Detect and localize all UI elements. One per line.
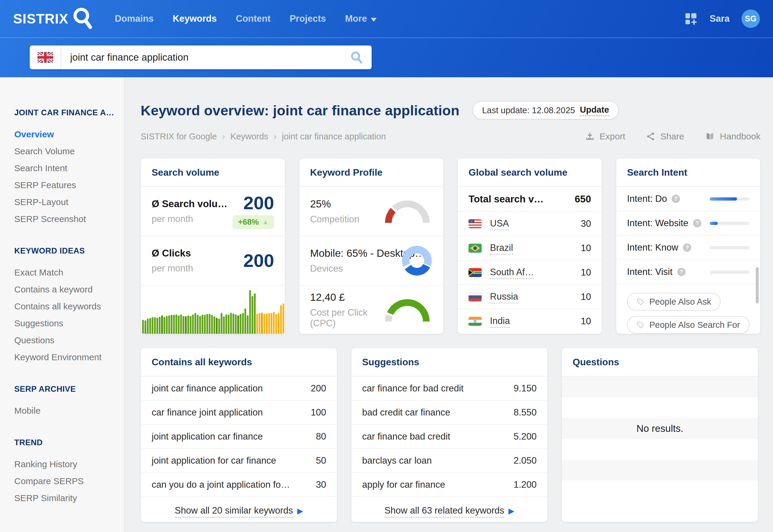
triangle-up-icon: ▲ [262, 218, 269, 226]
keyword-link[interactable]: can you do a joint application for c… [152, 479, 291, 490]
sidebar-item-overview[interactable]: Overview [14, 126, 118, 143]
keyword-link[interactable]: car finance for bad credit [362, 383, 464, 394]
search-submit-icon[interactable] [349, 51, 363, 64]
trend-bar [209, 314, 210, 334]
breadcrumb-item[interactable]: SISTRIX for Google [141, 132, 217, 141]
table-row: apply for car finance1.200 [351, 473, 547, 497]
sidebar-item-keyword-environment[interactable]: Keyword Environment [14, 349, 118, 366]
sidebar-item-serp-screenshot[interactable]: SERP Screenshot [14, 210, 118, 227]
keyword-link[interactable]: car finance bad credit [362, 431, 450, 442]
last-update-pill: Last update: 12.08.2025 Update [473, 101, 618, 119]
sidebar-item-questions[interactable]: Questions [14, 332, 118, 349]
card-scrollbar[interactable] [756, 267, 759, 303]
help-icon[interactable]: ? [672, 195, 680, 203]
nav-link-content[interactable]: Content [236, 13, 270, 24]
keyword-search-bar [30, 45, 371, 69]
keyword-link[interactable]: joint car finance application [152, 383, 263, 394]
breadcrumb-item[interactable]: joint car finance application [282, 132, 386, 141]
intent-row: Intent: Visit? [616, 260, 760, 284]
page-title: Keyword overview: joint car finance appl… [141, 102, 459, 119]
country-name-link[interactable]: Brazil [490, 242, 513, 255]
sidebar-item-suggestions[interactable]: Suggestions [14, 315, 118, 332]
sidebar-item-contains-all-keywords[interactable]: Contains all keywords [14, 298, 118, 315]
action-export[interactable]: Export [585, 131, 625, 141]
country-selector[interactable] [30, 45, 61, 69]
sidebar-section-header: KEYWORD IDEAS [14, 246, 118, 256]
sidebar-item-serp-layout[interactable]: SERP-Layout [14, 193, 118, 210]
intent-chips: People Also AskPeople Also Search For [616, 284, 760, 334]
nav-link-projects[interactable]: Projects [289, 13, 326, 24]
apps-grid-icon[interactable] [684, 12, 698, 26]
keyword-link[interactable]: joint application for car finance [152, 455, 276, 466]
sidebar-item-exact-match[interactable]: Exact Match [14, 264, 118, 281]
keyword-link[interactable]: bad credit car finance [362, 407, 450, 418]
in-flag-icon [469, 317, 482, 326]
intent-label: Intent: Website [627, 218, 688, 229]
country-list: USA30Brazil10South Af…10Russia10India10 [458, 212, 602, 333]
sistrix-logo[interactable]: SISTRIX [13, 6, 95, 31]
action-label: Export [599, 131, 625, 141]
trend-bar [142, 320, 144, 334]
sidebar-item-compare-serps[interactable]: Compare SERPS [14, 473, 118, 489]
keyword-link[interactable]: joint application car finance [152, 431, 263, 442]
card-title: Global search volume [458, 158, 602, 187]
trend-bar [171, 315, 172, 334]
nav-link-more[interactable]: More [345, 13, 376, 24]
update-button[interactable]: Update [580, 104, 609, 117]
show-all-similar-link[interactable]: Show all 20 similar keywords [175, 504, 293, 518]
keyword-search-input[interactable] [61, 52, 349, 63]
help-icon[interactable]: ? [683, 243, 691, 252]
br-flag-icon [469, 244, 482, 253]
intent-bar-fill [710, 222, 718, 225]
keyword-link[interactable]: car finance joint application [152, 407, 263, 418]
country-name-link[interactable]: South Af… [490, 266, 534, 279]
sidebar-item-mobile[interactable]: Mobile [14, 402, 118, 419]
help-icon[interactable]: ? [677, 268, 686, 276]
chevron-down-icon [371, 13, 377, 24]
breadcrumb: SISTRIX for Google›Keywords›joint car fi… [141, 132, 386, 141]
sidebar-section-header: JOINT CAR FINANCE AP… [14, 108, 118, 117]
user-name[interactable]: Sara [710, 13, 730, 24]
arrow-right-icon[interactable]: ▶ [509, 506, 514, 516]
country-name-link[interactable]: Russia [490, 290, 518, 304]
trend-bar [199, 316, 201, 334]
keyword-link[interactable]: apply for car finance [362, 479, 445, 490]
action-share[interactable]: Share [646, 131, 684, 141]
global-search-volume-card: Global search volume Total search v… 650… [458, 158, 602, 334]
trend-bar [154, 317, 156, 334]
sidebar-item-search-volume[interactable]: Search Volume [14, 143, 118, 160]
user-avatar[interactable]: SG [741, 10, 760, 28]
action-handbook[interactable]: Handbook [705, 131, 761, 141]
keyword-volume: 9.150 [514, 383, 537, 394]
country-volume: 10 [581, 243, 591, 254]
country-volume: 30 [581, 218, 591, 229]
breadcrumb-item[interactable]: Keywords [230, 132, 268, 141]
trend-bar [144, 320, 146, 334]
trend-bar [216, 318, 218, 334]
keyword-link[interactable]: barclays car loan [362, 455, 432, 466]
country-name-link[interactable]: India [490, 315, 510, 328]
sidebar-item-contains-a-keyword[interactable]: Contains a keyword [14, 281, 118, 298]
nav-link-keywords[interactable]: Keywords [173, 13, 217, 24]
keyword-volume: 80 [316, 431, 326, 442]
profile-value: Mobile: 65% - Desktop… [310, 247, 396, 259]
show-all-related-link[interactable]: Show all 63 related keywords [384, 504, 504, 518]
intent-bar-track [710, 197, 750, 201]
arrow-right-icon[interactable]: ▶ [297, 506, 303, 516]
intent-bar-track [710, 246, 750, 249]
profile-label: Cost per Click (CPC) [310, 307, 377, 329]
serp-feature-chip[interactable]: People Also Ask [627, 293, 721, 311]
sidebar-item-ranking-history[interactable]: Ranking History [14, 456, 118, 473]
sidebar-item-search-intent[interactable]: Search Intent [14, 160, 118, 177]
help-icon[interactable]: ? [693, 219, 701, 227]
sidebar-item-serp-similarity[interactable]: SERP Similarity [14, 489, 118, 506]
intent-row: Intent: Website? [616, 211, 760, 236]
serp-feature-chip[interactable]: People Also Search For [627, 316, 750, 334]
keyword-volume: 200 [311, 383, 326, 394]
country-name-link[interactable]: USA [490, 217, 509, 231]
breadcrumb-row: SISTRIX for Google›Keywords›joint car fi… [141, 131, 761, 141]
sidebar-item-serp-features[interactable]: SERP Features [14, 177, 118, 193]
search-volume-card: Search volume Ø Search volu…per month200… [141, 158, 285, 334]
nav-link-domains[interactable]: Domains [115, 13, 154, 24]
action-label: Share [660, 131, 684, 141]
